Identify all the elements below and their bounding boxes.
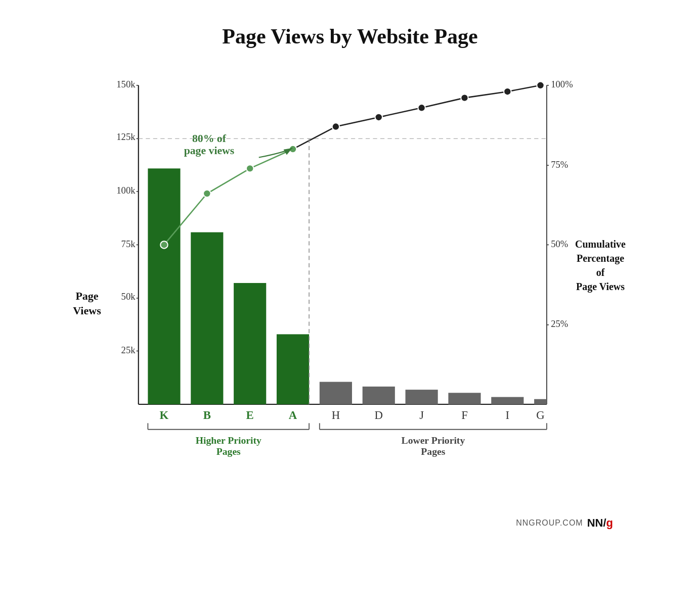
chart-area: 150k 125k 100k 75k 50k 25k 100% 75% 50% bbox=[112, 74, 562, 463]
xlabel-D: D bbox=[375, 409, 383, 421]
nngroup-logo: NN/g bbox=[587, 516, 613, 530]
chart-container: PageViews CumulativePercentage ofPage Vi… bbox=[72, 64, 628, 544]
page-title: Page Views by Website Page bbox=[222, 24, 478, 49]
annotation-arrow bbox=[259, 148, 292, 158]
dot-D bbox=[375, 114, 382, 121]
annotation-text-2: page views bbox=[184, 145, 235, 157]
nngroup-text: NNGROUP.COM bbox=[516, 519, 583, 528]
xlabel-E: E bbox=[246, 409, 254, 421]
line-black-segment bbox=[293, 85, 541, 149]
dot-B bbox=[203, 190, 210, 197]
dot-I bbox=[504, 88, 511, 95]
xlabel-B: B bbox=[203, 409, 211, 421]
xlabel-K: K bbox=[160, 409, 169, 421]
svg-text:25k: 25k bbox=[121, 345, 136, 355]
bar-A bbox=[277, 334, 309, 404]
line-green-segment bbox=[164, 149, 293, 245]
annotation-text-1: 80% of bbox=[192, 132, 227, 145]
svg-text:50k: 50k bbox=[121, 291, 136, 302]
dot-J bbox=[418, 104, 425, 111]
bar-J bbox=[406, 390, 438, 404]
bar-G bbox=[534, 399, 547, 404]
group-label-high-2: Pages bbox=[216, 446, 241, 457]
xlabel-F: F bbox=[461, 409, 468, 421]
y-axis-label-left: PageViews bbox=[72, 289, 102, 318]
dot-G bbox=[537, 82, 544, 89]
svg-text:25%: 25% bbox=[551, 318, 568, 329]
svg-text:50%: 50% bbox=[551, 239, 568, 249]
svg-text:150k: 150k bbox=[116, 79, 136, 89]
dot-E bbox=[246, 165, 253, 172]
dot-H bbox=[332, 123, 339, 130]
group-label-low-1: Lower Priority bbox=[402, 435, 465, 446]
bar-H bbox=[320, 382, 352, 405]
xlabel-H: H bbox=[332, 409, 340, 421]
dot-K bbox=[160, 241, 167, 248]
bar-F bbox=[448, 393, 480, 404]
xlabel-I: I bbox=[506, 409, 510, 421]
svg-text:100k: 100k bbox=[116, 185, 136, 196]
svg-text:75k: 75k bbox=[121, 239, 136, 249]
bar-I bbox=[491, 397, 523, 404]
nngroup-footer: NNGROUP.COM NN/g bbox=[516, 516, 613, 530]
xlabel-A: A bbox=[289, 409, 297, 421]
bar-E bbox=[234, 283, 266, 404]
dot-F bbox=[461, 94, 468, 101]
bar-D bbox=[363, 387, 395, 404]
svg-text:100%: 100% bbox=[551, 79, 573, 89]
y-axis-label-right: CumulativePercentage ofPage Views bbox=[573, 237, 628, 294]
nngroup-logo-g: g bbox=[606, 516, 613, 529]
xlabel-J: J bbox=[419, 409, 424, 421]
chart-svg: 150k 125k 100k 75k 50k 25k 100% 75% 50% bbox=[112, 74, 562, 463]
svg-text:75%: 75% bbox=[551, 159, 568, 170]
bar-K bbox=[148, 168, 180, 404]
bar-B bbox=[191, 232, 223, 404]
xlabel-G: G bbox=[536, 409, 544, 421]
group-label-high-1: Higher Priority bbox=[196, 435, 261, 446]
group-label-low-2: Pages bbox=[421, 446, 445, 457]
svg-text:125k: 125k bbox=[116, 131, 136, 142]
